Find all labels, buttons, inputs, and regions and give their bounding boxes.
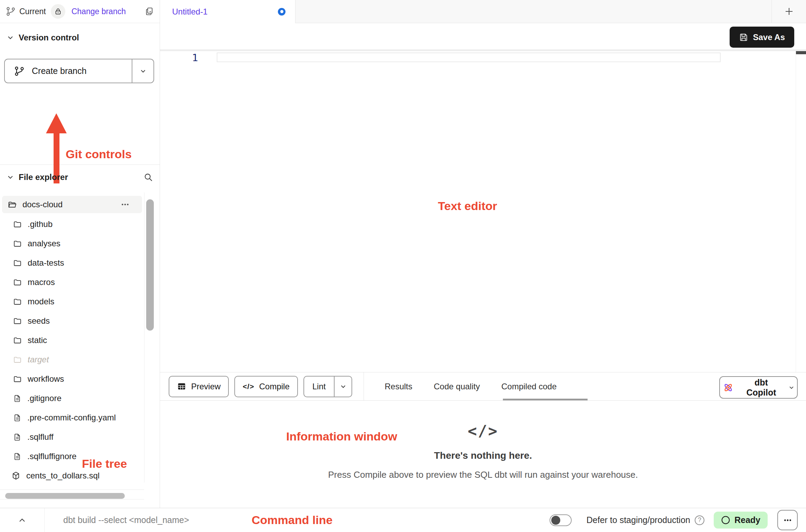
divider bbox=[0, 490, 144, 490]
status-label: Ready bbox=[734, 515, 760, 525]
save-as-label: Save As bbox=[753, 32, 785, 42]
file-icon bbox=[13, 452, 22, 461]
lint-label: Lint bbox=[312, 382, 326, 391]
folder-icon bbox=[13, 374, 22, 383]
current-branch-label: Current bbox=[19, 7, 46, 16]
file-name: .sqlfluff bbox=[27, 432, 54, 442]
more-options-button[interactable] bbox=[777, 510, 798, 530]
file-name: macros bbox=[28, 277, 55, 287]
toggle-knob bbox=[551, 516, 560, 525]
file-tree-hscrollbar[interactable] bbox=[5, 493, 125, 499]
dbt-copilot-button[interactable]: dbt Copilot bbox=[719, 376, 798, 399]
lint-button[interactable]: Lint bbox=[304, 377, 334, 397]
file-name: .pre-commit-config.yaml bbox=[27, 413, 116, 422]
annotation-git-controls: Git controls bbox=[66, 148, 132, 161]
file-explorer-section: File explorer docs-cloud bbox=[0, 165, 160, 508]
code-icon: </> bbox=[160, 422, 806, 440]
file-tree-scroll-track bbox=[144, 192, 144, 483]
git-branch-icon bbox=[6, 6, 16, 17]
version-control-title: Version control bbox=[19, 33, 79, 42]
unsaved-changes-dot bbox=[278, 8, 285, 16]
file-tree-item[interactable]: .gitignore bbox=[0, 389, 144, 408]
annotation-file-tree: File tree bbox=[82, 457, 127, 471]
command-input[interactable] bbox=[63, 515, 225, 525]
tab-results[interactable]: Results bbox=[385, 382, 412, 391]
save-icon bbox=[739, 32, 748, 42]
empty-state-subtitle: Press Compile above to preview the SQL d… bbox=[160, 469, 806, 480]
git-branch-icon bbox=[14, 66, 25, 77]
file-tree-item[interactable]: data-tests bbox=[0, 253, 144, 273]
tab-untitled-1[interactable]: Untitled-1 bbox=[160, 0, 296, 23]
status-badge: Ready bbox=[714, 512, 768, 529]
file-name: analyses bbox=[28, 239, 60, 248]
chevron-down-icon bbox=[139, 67, 147, 75]
tab-code-quality[interactable]: Code quality bbox=[434, 382, 480, 391]
expand-command-panel-button[interactable] bbox=[0, 508, 45, 532]
file-name: workflows bbox=[28, 374, 64, 384]
file-tree-root[interactable]: docs-cloud bbox=[2, 196, 142, 213]
file-tree-root-label: docs-cloud bbox=[22, 200, 63, 209]
divider bbox=[160, 49, 806, 51]
new-tab-button[interactable] bbox=[771, 0, 806, 23]
folder-icon bbox=[13, 297, 22, 306]
preview-button[interactable]: Preview bbox=[169, 376, 229, 397]
file-tree-item[interactable]: analyses bbox=[0, 234, 144, 253]
save-as-button[interactable]: Save As bbox=[730, 27, 794, 48]
table-icon bbox=[177, 382, 186, 391]
tab-label: Untitled-1 bbox=[172, 7, 208, 17]
compile-button[interactable]: </> Compile bbox=[234, 376, 298, 397]
folder-open-icon bbox=[8, 200, 17, 209]
file-tree-item[interactable]: static bbox=[0, 331, 144, 350]
change-branch-link[interactable]: Change branch bbox=[72, 7, 126, 16]
folder-icon bbox=[13, 336, 22, 345]
file-tree-scrollbar[interactable] bbox=[146, 199, 154, 331]
code-icon: </> bbox=[243, 382, 254, 391]
defer-label: Defer to staging/production bbox=[587, 515, 690, 525]
create-branch-button[interactable]: Create branch bbox=[4, 59, 154, 83]
file-name: .gitignore bbox=[27, 393, 62, 403]
dbt-copilot-logo-icon bbox=[722, 381, 734, 394]
file-tree-item-disabled[interactable]: target bbox=[0, 350, 144, 369]
git-controls-arrow bbox=[46, 113, 67, 133]
file-tree-item[interactable]: models bbox=[0, 292, 144, 311]
lint-button-group: Lint bbox=[303, 376, 353, 397]
file-tree-item[interactable]: macros bbox=[0, 273, 144, 292]
search-icon[interactable] bbox=[143, 172, 153, 182]
annotation-text-editor: Text editor bbox=[438, 199, 497, 213]
editor-scrollbar[interactable] bbox=[796, 51, 806, 54]
help-icon[interactable]: ? bbox=[695, 515, 704, 525]
editor-scroll-track bbox=[796, 51, 796, 372]
tab-compiled-code[interactable]: Compiled code bbox=[501, 382, 556, 391]
copy-branch-icon[interactable] bbox=[144, 7, 154, 16]
file-name: .sqlfluffignore bbox=[27, 452, 76, 461]
version-control-section: Version control Create branch Git contro… bbox=[0, 23, 160, 165]
create-branch-dropdown[interactable] bbox=[132, 59, 153, 83]
file-tree-item[interactable]: seeds bbox=[0, 311, 144, 331]
lint-dropdown[interactable] bbox=[334, 377, 352, 397]
file-name: target bbox=[28, 355, 49, 364]
lock-icon bbox=[54, 8, 62, 15]
status-circle-icon bbox=[721, 515, 730, 525]
file-tree-item[interactable]: .sqlfluff bbox=[0, 427, 144, 447]
folder-icon bbox=[13, 220, 22, 229]
editor-active-line[interactable] bbox=[217, 53, 721, 62]
folder-icon bbox=[13, 258, 22, 267]
file-name: data-tests bbox=[28, 258, 64, 268]
kebab-menu-icon[interactable] bbox=[121, 200, 130, 209]
defer-toggle[interactable] bbox=[550, 514, 572, 526]
divider bbox=[364, 372, 364, 400]
dbt-copilot-label: dbt Copilot bbox=[739, 378, 784, 398]
folder-icon bbox=[13, 278, 22, 287]
chevron-up-icon bbox=[17, 515, 27, 525]
file-icon bbox=[13, 414, 22, 422]
file-tree-item[interactable]: .pre-commit-config.yaml bbox=[0, 408, 144, 427]
editor-line-number: 1 bbox=[186, 52, 198, 64]
file-tree-item[interactable]: workflows bbox=[0, 369, 144, 389]
bottom-toolbar: Preview </> Compile Lint Results Code qu… bbox=[160, 372, 806, 401]
chevron-down-icon[interactable] bbox=[7, 34, 14, 41]
model-cube-icon bbox=[11, 471, 21, 481]
info-window-empty-state: </> There's nothing here. Press Compile … bbox=[160, 401, 806, 480]
chevron-down-icon[interactable] bbox=[7, 174, 14, 181]
question-glyph: ? bbox=[698, 516, 701, 524]
file-tree-item[interactable]: .github bbox=[0, 215, 144, 234]
